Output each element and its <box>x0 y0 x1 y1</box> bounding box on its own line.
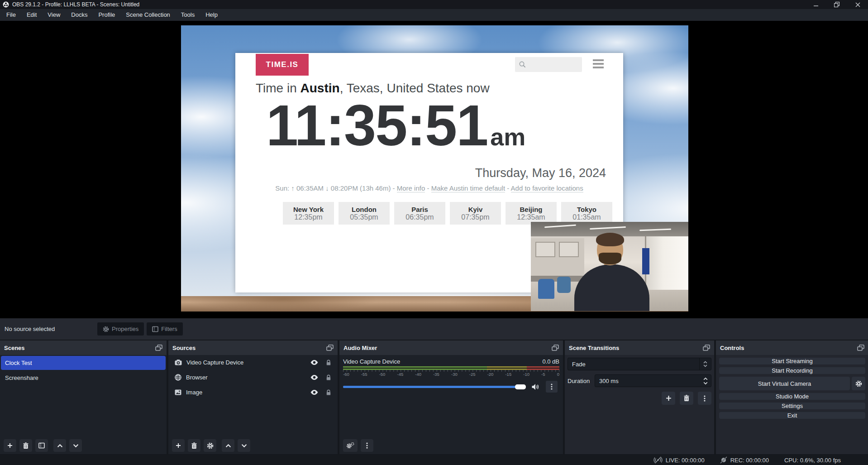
start-streaming-button[interactable]: Start Streaming <box>719 358 865 364</box>
scene-filters-button[interactable] <box>35 439 48 452</box>
popout-icon[interactable] <box>155 345 162 351</box>
add-transition-button[interactable] <box>662 392 675 405</box>
sources-panel-header[interactable]: Sources <box>168 340 338 355</box>
titlebar[interactable]: OBS 29.1.2 - Profile: LLHLS BETA - Scene… <box>0 0 868 9</box>
obs-logo-icon <box>3 1 9 8</box>
office-chair <box>557 277 571 293</box>
scene-item-screenshare[interactable]: Screenshare <box>1 371 166 385</box>
preview-canvas[interactable]: TIME.IS Time in Austin, Texas, United St… <box>181 25 688 312</box>
start-virtual-camera-button[interactable]: Start Virtual Camera <box>719 377 850 390</box>
menu-view[interactable]: View <box>42 9 66 21</box>
remove-source-button[interactable] <box>188 439 200 452</box>
visibility-eye-icon[interactable] <box>310 389 319 395</box>
source-item-image[interactable]: Image <box>168 385 338 400</box>
spin-down-icon[interactable] <box>703 382 708 385</box>
trash-icon <box>23 442 29 449</box>
visibility-eye-icon[interactable] <box>310 374 319 380</box>
world-clock-beijing: Beijing 12:35am <box>506 202 557 225</box>
dock-area: Scenes Clock Test Screenshare <box>0 340 868 454</box>
popout-icon[interactable] <box>857 345 864 351</box>
volume-slider-handle[interactable] <box>515 384 526 389</box>
mixer-menu-button[interactable] <box>361 439 373 452</box>
kebab-menu-icon <box>704 395 706 402</box>
mixer-channel-name: Video Capture Device <box>343 358 400 365</box>
source-move-up-button[interactable] <box>222 439 234 452</box>
remove-transition-button[interactable] <box>680 392 693 405</box>
chevron-down-icon <box>703 364 707 367</box>
menu-file[interactable]: File <box>1 9 21 21</box>
scenes-panel-header[interactable]: Scenes <box>0 340 167 355</box>
search-icon <box>519 61 526 68</box>
gear-icon <box>855 380 862 387</box>
chevron-down-icon <box>73 444 79 448</box>
menu-profile[interactable]: Profile <box>93 9 120 21</box>
lock-icon[interactable] <box>326 389 331 396</box>
menu-scene-collection[interactable]: Scene Collection <box>120 9 176 21</box>
start-recording-button[interactable]: Start Recording <box>719 367 865 374</box>
controls-panel-header[interactable]: Controls <box>716 340 868 355</box>
virtual-camera-config-button[interactable] <box>852 377 865 390</box>
obs-window: OBS 29.1.2 - Profile: LLHLS BETA - Scene… <box>0 0 868 465</box>
source-status-text: No source selected <box>5 326 97 332</box>
source-item-browser[interactable]: Browser <box>168 370 338 385</box>
scene-move-up-button[interactable] <box>53 439 66 452</box>
mixer-panel-header[interactable]: Audio Mixer <box>339 340 563 355</box>
source-properties-button[interactable] <box>204 439 216 452</box>
visibility-eye-icon[interactable] <box>310 360 319 365</box>
transition-selected-value: Fade <box>568 361 586 368</box>
settings-button[interactable]: Settings <box>719 403 865 409</box>
transition-select-arrows[interactable] <box>699 358 711 370</box>
kebab-menu-icon <box>366 442 368 449</box>
menu-docks[interactable]: Docks <box>66 9 93 21</box>
menu-tools[interactable]: Tools <box>176 9 200 21</box>
transition-menu-button[interactable] <box>698 392 711 405</box>
properties-button[interactable]: Properties <box>97 322 144 336</box>
sources-panel-title: Sources <box>172 345 196 351</box>
restore-button[interactable] <box>826 0 847 9</box>
menu-edit[interactable]: Edit <box>21 9 42 21</box>
transition-select[interactable]: Fade <box>568 358 711 370</box>
speaker-icon[interactable] <box>531 384 539 390</box>
lock-icon[interactable] <box>326 374 331 381</box>
plus-icon <box>176 443 181 448</box>
chevron-down-icon <box>241 444 247 448</box>
duration-spinbox[interactable]: 300 ms <box>595 374 711 387</box>
preview-area[interactable]: TIME.IS Time in Austin, Texas, United St… <box>0 21 868 318</box>
popout-icon[interactable] <box>703 345 710 351</box>
spin-up-icon[interactable] <box>703 377 708 380</box>
menu-help[interactable]: Help <box>200 9 223 21</box>
make-default-link: Make Austin time default <box>431 184 505 192</box>
close-button[interactable] <box>847 0 868 9</box>
source-move-down-button[interactable] <box>238 439 250 452</box>
volume-meter <box>343 366 559 370</box>
exit-button[interactable]: Exit <box>719 412 865 419</box>
window-title: OBS 29.1.2 - Profile: LLHLS BETA - Scene… <box>12 1 139 8</box>
minimize-button[interactable] <box>806 0 826 9</box>
timeis-logo: TIME.IS <box>256 54 309 76</box>
scene-transitions-panel: Scene Transitions Fade D <box>565 340 714 454</box>
transitions-panel-title: Scene Transitions <box>569 345 619 351</box>
world-clock-kyiv: Kyiv 07:35pm <box>450 202 501 225</box>
channel-menu-button[interactable] <box>546 381 558 393</box>
add-source-button[interactable] <box>172 439 185 452</box>
source-item-video-capture[interactable]: Video Capture Device <box>168 355 338 370</box>
lock-icon[interactable] <box>326 360 331 366</box>
filters-button[interactable]: Filters <box>147 322 182 336</box>
popout-icon[interactable] <box>326 345 334 351</box>
transitions-panel-header[interactable]: Scene Transitions <box>565 340 714 355</box>
advanced-audio-button[interactable] <box>343 439 358 452</box>
gear-icon <box>207 442 214 449</box>
world-clock-newyork: New York 12:35pm <box>283 202 334 225</box>
live-status: LIVE: 00:00:00 <box>653 456 705 464</box>
scene-item-clock-test[interactable]: Clock Test <box>1 356 166 370</box>
volume-slider[interactable] <box>343 386 524 388</box>
scene-move-down-button[interactable] <box>69 439 82 452</box>
duration-value: 300 ms <box>595 378 619 384</box>
popout-icon[interactable] <box>552 345 559 351</box>
chevron-up-icon <box>57 444 63 448</box>
scenes-toolbar <box>0 437 167 454</box>
remove-scene-button[interactable] <box>19 439 32 452</box>
trash-icon <box>191 442 197 449</box>
studio-mode-button[interactable]: Studio Mode <box>719 393 865 400</box>
add-scene-button[interactable] <box>4 439 16 452</box>
